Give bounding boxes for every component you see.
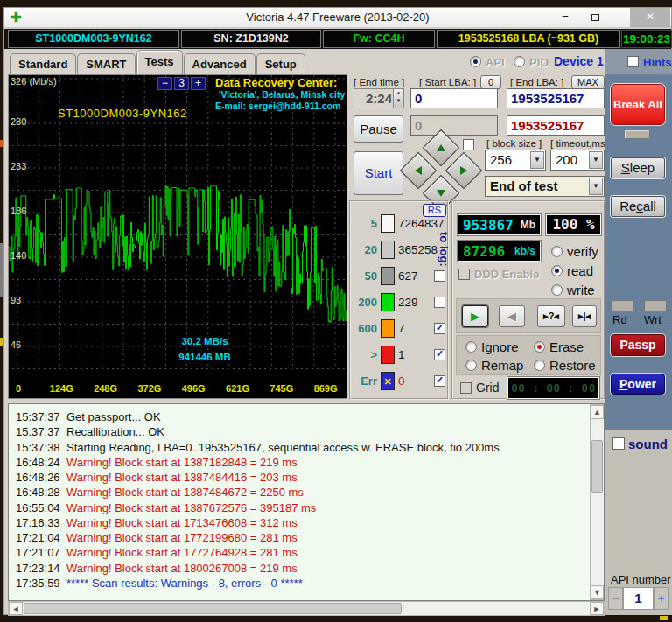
log-entry-time: 15:37:38 [16,441,60,454]
tab-advanced[interactable]: Advanced [184,53,256,74]
api-radio[interactable] [470,56,481,67]
play-button[interactable]: ▶ [462,305,488,327]
break-all-button[interactable]: Break All [611,84,665,125]
log-panel[interactable]: 15:37:37Get passport... OK15:37:37Recall… [8,403,605,601]
timeout-dropdown-icon[interactable]: ▼ [589,151,603,169]
sound-checkbox[interactable] [612,437,625,450]
recall-button[interactable]: Recall [611,196,665,217]
latency-log-checkbox[interactable] [434,323,445,334]
remap-radio[interactable] [466,360,477,371]
latency-log-checkbox[interactable] [434,297,445,308]
seek-right-button[interactable] [445,152,482,189]
sidebar-bottom-panel: sound API number − 1 + [605,430,672,615]
rd-led [611,300,634,311]
log-entry: 16:55:04Warning! Block start at 13876725… [16,501,316,514]
log-entry: 16:48:28Warning! Block start at 13874846… [16,486,304,499]
rs-button[interactable]: RS [423,204,446,217]
tab-setup[interactable]: Setup [256,53,305,74]
step-button[interactable]: ▸|◂ [572,305,597,327]
erase-radio-label: Erase [550,339,584,354]
play-icon: ▶ [471,310,480,323]
grid-checkbox[interactable] [460,382,472,394]
latency-count: 1 [398,348,405,361]
log-entry-time: 15:37:37 [16,410,60,423]
latency-bucket-label: 5 [353,217,377,230]
x-axis-label: 0 [16,383,21,394]
latency-color-box [381,241,395,259]
block-size-select[interactable]: 256 ▼ [485,150,546,171]
api-number-plus-button[interactable]: + [654,587,668,610]
ignore-radio[interactable] [466,341,477,353]
end-action-dropdown-icon[interactable]: ▼ [589,178,603,195]
scroll-down-button[interactable]: ▼ [591,585,604,599]
y-axis-label: 46 [10,339,21,350]
graph-zoom-level: 3 [174,77,189,90]
end-lba-input[interactable]: 1953525167 [507,88,605,108]
latency-bucket-label: 600 [353,322,377,335]
latency-color-box [381,319,395,338]
seek-checkbox[interactable] [463,139,474,150]
back-button[interactable]: ◀ [499,305,525,327]
block-size-label: [ block size ] [486,138,542,149]
tab-tests[interactable]: Tests [136,50,183,74]
start-lba-input[interactable]: 0 [410,88,498,108]
drive-info-bar: ST1000DM003-9YN162 SN: Z1D139N2 Fw: CC4H… [4,29,671,49]
scroll-right-button[interactable]: ► [590,602,604,615]
api-number-minus-button[interactable]: − [608,587,623,610]
restore-radio-label: Restore [550,358,596,373]
write-radio[interactable] [551,284,563,296]
latency-log-checkbox[interactable] [434,375,445,387]
end-time-field[interactable]: 2:24 ▲▼ [354,88,404,108]
pause-button[interactable]: Pause [354,115,403,143]
maximize-button[interactable] [582,8,608,27]
speed-unit: kb/s [514,245,536,257]
timeout-select[interactable]: 200 ▼ [550,150,605,171]
log-entry-time: 16:48:24 [16,456,60,469]
ddd-enable-checkbox[interactable] [458,269,470,280]
minimize-button[interactable]: − [552,8,578,27]
seek-question-button[interactable]: ▸?◂ [537,305,565,327]
log-vscrollbar[interactable]: ▲ ▼ [590,404,605,600]
pio-radio-label: PIO [529,56,549,69]
read-radio[interactable] [551,265,563,276]
timer-display: 00 : 00 : 00 [508,377,599,399]
scroll-up-button[interactable]: ▲ [591,405,604,419]
wrt-led [644,300,667,311]
tab-smart[interactable]: SMART [77,53,135,74]
drive-serial: SN: Z1D139N2 [181,30,321,48]
vscroll-thumb[interactable] [592,440,603,493]
x-axis-label: 248G [94,383,117,394]
restore-radio[interactable] [534,360,545,371]
end-action-value: End of test [490,178,558,193]
end-time-spinner[interactable]: ▲▼ [393,89,403,108]
latency-count: 627 [398,269,418,283]
x-axis-label: 496G [182,383,206,394]
current-speed-label: 30,2 MB/s [181,336,228,346]
hscroll-thumb[interactable] [24,603,402,614]
erase-radio[interactable] [534,341,545,353]
end-lba-label: [ End LBA: ] [510,77,564,87]
start-lba-zero-button[interactable]: 0 [480,75,501,89]
max-button[interactable]: MAX [571,75,605,89]
latency-count: 0 [398,374,405,388]
end-action-select[interactable]: End of test ▼ [485,176,605,197]
sleep-button[interactable]: Sleep [611,157,665,178]
graph-zoom-in-button[interactable]: + [191,77,206,90]
tab-standard[interactable]: Standard [10,53,76,74]
scroll-left-button[interactable]: ◄ [9,602,23,615]
graph-zoom-out-button[interactable]: − [158,77,172,90]
power-button[interactable]: Power [611,374,665,395]
pio-radio[interactable] [514,56,525,67]
latency-bucket-label: > [353,348,377,361]
wrt-label: Wrt [644,313,662,326]
verify-radio[interactable] [551,246,563,257]
log-hscrollbar[interactable]: ◄ ► [8,601,605,616]
block-size-dropdown-icon[interactable]: ▼ [530,151,544,169]
start-button[interactable]: Start [354,151,403,195]
close-button[interactable]: ✕ [630,8,670,27]
status-led [624,129,650,139]
passp-button[interactable]: Passp [611,334,665,356]
latency-log-checkbox[interactable] [434,349,445,360]
latency-log-checkbox[interactable] [434,270,445,282]
hints-checkbox[interactable] [627,56,639,67]
